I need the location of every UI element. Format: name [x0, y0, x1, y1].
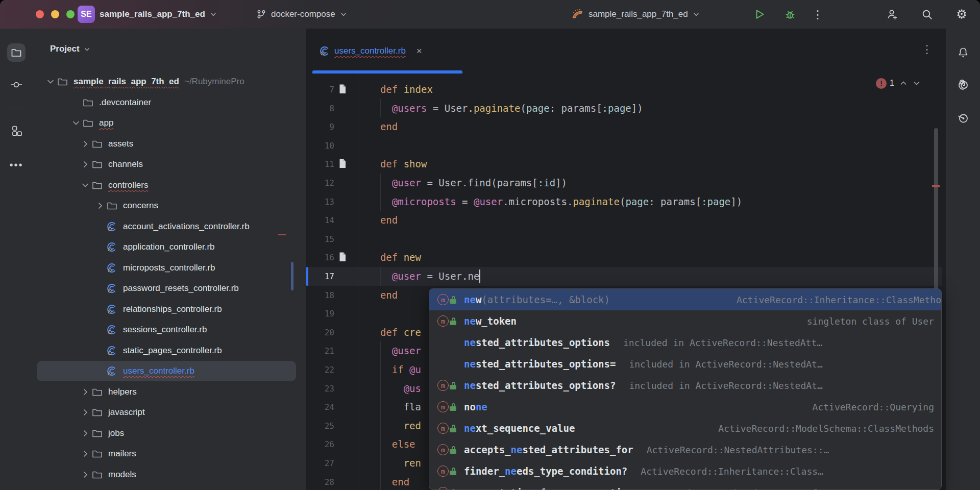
- line-number[interactable]: 24: [306, 398, 334, 416]
- line-number[interactable]: 28: [306, 473, 334, 490]
- line-number[interactable]: 16: [306, 248, 334, 267]
- more-tool-windows-button[interactable]: •••: [7, 156, 26, 174]
- notifications-button[interactable]: [954, 43, 972, 62]
- ruby-controller-icon: [107, 325, 122, 335]
- chevron-down-icon[interactable]: [69, 118, 83, 128]
- line-number[interactable]: 10: [306, 136, 334, 155]
- line-number[interactable]: 19: [306, 304, 334, 323]
- tree-item[interactable]: concerns: [33, 195, 307, 216]
- line-number[interactable]: 17: [306, 267, 334, 286]
- completion-item[interactable]: nested_attributes_options=included in Ac…: [429, 353, 941, 375]
- tree-item[interactable]: application_controller.rb: [33, 237, 307, 257]
- debug-button[interactable]: [782, 6, 798, 22]
- chevron-right-icon[interactable]: [79, 160, 92, 169]
- run-configuration-widget[interactable]: sample_rails_app_7th_ed: [571, 0, 700, 29]
- ai-assistant-button[interactable]: [954, 76, 972, 94]
- completion-item[interactable]: mnext_sequence_valueActiveRecord::ModelS…: [429, 418, 941, 439]
- project-tool-button[interactable]: [7, 43, 26, 62]
- line-number[interactable]: 20: [306, 323, 334, 342]
- tree-item[interactable]: sessions_controller.rb: [33, 320, 307, 340]
- completion-name: support_time_from_proper_timezone: [464, 487, 657, 490]
- tree-item[interactable]: relationships_controller.rb: [33, 299, 307, 320]
- completion-item[interactable]: mnew(attributes=…, &block)ActiveRecord::…: [429, 289, 941, 310]
- tree-item[interactable]: sample_rails_app_7th_ed~/RubyminePro: [33, 71, 307, 92]
- line-number[interactable]: 23: [306, 379, 334, 398]
- method-icon: m: [437, 401, 450, 412]
- code-line: 16 def new: [306, 248, 945, 267]
- tree-item[interactable]: mailers: [33, 444, 307, 464]
- completion-item[interactable]: msupport_time_from_proper_timezoneActive…: [429, 482, 941, 490]
- rails-action-gutter-icon[interactable]: [338, 158, 347, 169]
- code-line: 13 @microposts = @user.microposts.pagina…: [306, 192, 945, 211]
- tree-item[interactable]: app: [33, 113, 307, 133]
- completion-item[interactable]: mnoneActiveRecord::Querying: [429, 396, 941, 418]
- more-run-actions-button[interactable]: ⋮: [810, 6, 826, 22]
- chevron-right-icon[interactable]: [79, 387, 92, 397]
- line-number[interactable]: 22: [306, 360, 334, 379]
- line-number[interactable]: 14: [306, 211, 334, 230]
- line-number[interactable]: 21: [306, 341, 334, 360]
- close-icon[interactable]: ×: [416, 45, 422, 57]
- tree-item[interactable]: javascript: [33, 402, 307, 423]
- settings-gear-icon[interactable]: ⚙: [953, 6, 970, 22]
- tree-item[interactable]: models: [33, 464, 307, 485]
- completion-item[interactable]: mnested_attributes_options?included in A…: [429, 375, 941, 396]
- completion-item[interactable]: mnew_tokensingleton class of User: [429, 310, 941, 332]
- minimize-button[interactable]: [51, 10, 59, 18]
- rails-action-gutter-icon[interactable]: [338, 252, 347, 262]
- zoom-button[interactable]: [66, 10, 75, 18]
- tree-item[interactable]: static_pages_controller.rb: [33, 340, 307, 361]
- line-number[interactable]: 12: [306, 174, 334, 192]
- tab-users-controller[interactable]: users_controller.rb ×: [312, 29, 462, 74]
- tree-item[interactable]: password_resets_controller.rb: [33, 278, 307, 299]
- chevron-right-icon[interactable]: [79, 408, 92, 417]
- method-icon: m: [437, 380, 450, 391]
- vcs-widget[interactable]: docker-compose: [256, 0, 347, 29]
- project-widget[interactable]: SE sample_rails_app_7th_ed: [78, 0, 217, 29]
- line-number[interactable]: 11: [306, 155, 334, 174]
- tree-item-label: jobs: [108, 428, 124, 438]
- completion-item[interactable]: mfinder_needs_type_condition?ActiveRecor…: [429, 460, 941, 482]
- project-panel-header[interactable]: Project: [50, 44, 90, 54]
- tree-item[interactable]: .devcontainer: [33, 92, 307, 113]
- commit-tool-button[interactable]: [7, 76, 26, 94]
- tree-item[interactable]: users_controller.rb: [33, 361, 307, 381]
- completion-name: none: [464, 401, 487, 412]
- chevron-right-icon[interactable]: [79, 139, 92, 149]
- git-branch-icon: [256, 9, 266, 19]
- tree-item[interactable]: helpers: [33, 382, 307, 402]
- completion-item[interactable]: maccepts_nested_attributes_forActiveReco…: [429, 439, 941, 460]
- structure-tool-button[interactable]: [7, 121, 26, 140]
- services-button[interactable]: [954, 109, 972, 128]
- tree-item[interactable]: microposts_controller.rb: [33, 258, 307, 278]
- line-number[interactable]: 26: [306, 435, 334, 454]
- run-button[interactable]: [751, 6, 768, 22]
- close-button[interactable]: [36, 10, 44, 18]
- search-button[interactable]: [919, 6, 935, 22]
- chevron-down-icon[interactable]: [44, 77, 57, 86]
- line-number[interactable]: 18: [306, 286, 334, 305]
- tree-item[interactable]: channels: [33, 154, 307, 175]
- tab-options-kebab-icon[interactable]: ⋮: [921, 43, 933, 56]
- text-caret: [479, 270, 480, 283]
- rails-action-gutter-icon[interactable]: [338, 84, 347, 94]
- tree-item[interactable]: account_activations_controller.rb: [33, 216, 307, 237]
- chevron-right-icon[interactable]: [79, 470, 92, 479]
- panel-scrollbar-thumb[interactable]: [291, 262, 293, 290]
- chevron-right-icon[interactable]: [93, 201, 107, 210]
- tree-item[interactable]: jobs: [33, 423, 307, 444]
- line-number[interactable]: 15: [306, 230, 334, 249]
- line-number[interactable]: 25: [306, 416, 334, 435]
- chevron-right-icon[interactable]: [79, 429, 92, 438]
- line-number[interactable]: 7: [306, 80, 334, 99]
- line-number[interactable]: 9: [306, 117, 334, 136]
- tree-item[interactable]: controllers: [33, 175, 307, 195]
- add-user-button[interactable]: [884, 6, 900, 22]
- tree-item[interactable]: assets: [33, 134, 307, 154]
- line-number[interactable]: 27: [306, 454, 334, 473]
- completion-item[interactable]: nested_attributes_optionsincluded in Act…: [429, 332, 941, 353]
- chevron-down-icon[interactable]: [79, 181, 92, 190]
- line-number[interactable]: 13: [306, 192, 334, 211]
- line-number[interactable]: 8: [306, 99, 334, 118]
- chevron-right-icon[interactable]: [79, 449, 92, 458]
